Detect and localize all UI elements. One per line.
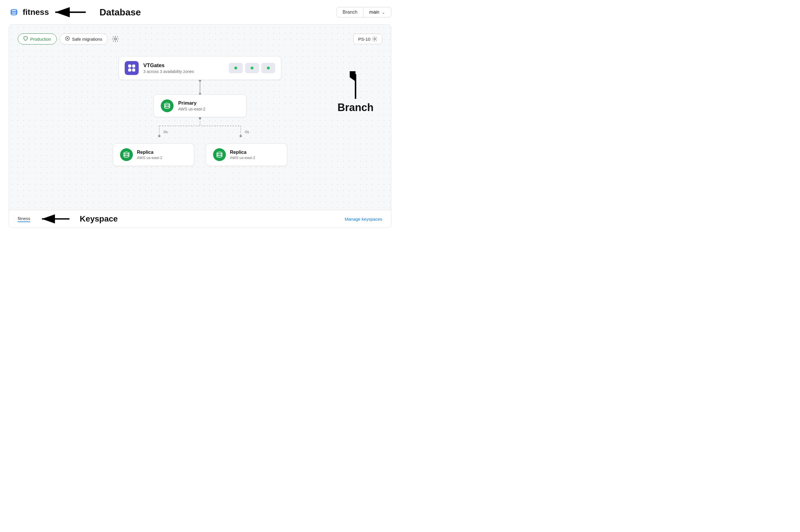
svg-rect-13 (128, 64, 131, 68)
manage-keyspaces-link[interactable]: Manage keyspaces (345, 216, 382, 222)
vtgates-description: 3 across 3 availability zones (143, 69, 224, 74)
branch-top-bar: Production Safe migrations (18, 34, 382, 44)
safe-migrations-badge[interactable]: Safe migrations (60, 34, 108, 44)
branch-annotation: Branch (338, 71, 374, 114)
branch-up-arrow (338, 71, 374, 100)
svg-rect-14 (132, 64, 135, 68)
arrow-left-icon (52, 6, 87, 19)
svg-point-11 (114, 38, 116, 40)
svg-point-44 (217, 154, 222, 155)
primary-icon (161, 99, 174, 112)
keyspace-title: Keyspace (80, 214, 118, 224)
branch-selector[interactable]: main ⌄ (363, 7, 391, 17)
replica-region-2: AWS us-east-2 (230, 155, 255, 160)
status-dot-3 (267, 66, 270, 70)
svg-point-35 (240, 135, 242, 137)
branch-connector-svg: 0s 0s (119, 117, 281, 146)
replica-node-1[interactable]: Replica AWS us-east-2 (113, 143, 194, 166)
replica-icon-1 (120, 148, 133, 161)
ps-label: PS-10 (358, 37, 370, 42)
svg-text:0s: 0s (245, 130, 249, 134)
status-dot-2 (251, 66, 253, 70)
replica-region-1: AWS us-east-2 (137, 155, 162, 160)
svg-text:0s: 0s (164, 130, 168, 134)
branch-label: Branch (337, 7, 363, 17)
keyspace-bar: fitness Keyspace Manage keyspaces (9, 210, 391, 228)
vtgates-name: VTGates (143, 62, 224, 69)
main-diagram-container: Production Safe migrations (9, 24, 391, 228)
svg-rect-16 (132, 69, 135, 72)
replica-node-2[interactable]: Replica AWS us-east-2 (206, 143, 287, 166)
primary-node[interactable]: Primary AWS us-east-2 (153, 94, 247, 117)
svg-point-39 (124, 154, 129, 155)
header-left: fitness Database (9, 6, 141, 19)
vtgates-node[interactable]: VTGates 3 across 3 availability zones (119, 56, 281, 80)
svg-point-40 (124, 155, 129, 157)
shield-icon (23, 36, 28, 42)
topology-diagram: VTGates 3 across 3 availability zones (18, 56, 382, 166)
svg-rect-15 (128, 69, 131, 72)
vtgate-indicator-1 (229, 63, 243, 73)
svg-point-12 (374, 38, 376, 40)
branch-annotation-text: Branch (338, 101, 374, 114)
header-right: Branch main ⌄ (337, 7, 391, 17)
vtgates-info: VTGates 3 across 3 availability zones (143, 62, 224, 74)
svg-point-38 (124, 152, 129, 154)
x-circle-icon (65, 36, 70, 42)
keyspace-left: fitness Keyspace (18, 214, 118, 224)
status-dot-1 (234, 66, 237, 70)
production-badge[interactable]: Production (18, 34, 57, 44)
gear-small-icon (372, 36, 377, 42)
settings-icon[interactable] (111, 34, 120, 44)
chevron-down-icon: ⌄ (382, 10, 385, 15)
ps-plan-button[interactable]: PS-10 (353, 34, 382, 44)
replica-info-2: Replica AWS us-east-2 (230, 150, 255, 160)
replica-icon-2 (213, 148, 226, 161)
primary-info: Primary AWS us-east-2 (178, 100, 206, 111)
fitness-logo-icon (9, 7, 19, 17)
svg-point-45 (217, 155, 222, 157)
primary-name: Primary (178, 100, 206, 106)
svg-point-43 (217, 152, 222, 154)
arrow-up-icon (350, 71, 361, 100)
safe-migrations-label: Safe migrations (72, 37, 102, 42)
replica-name-2: Replica (230, 150, 255, 155)
header: fitness Database Branch main ⌄ (0, 0, 400, 24)
primary-region: AWS us-east-2 (178, 107, 206, 111)
page-title: Database (99, 7, 141, 18)
vtgate-indicator-3 (261, 63, 275, 73)
svg-point-33 (158, 135, 160, 137)
vtgates-indicators (229, 63, 275, 73)
branch-value: main (369, 10, 379, 15)
keyspace-tab[interactable]: fitness (18, 216, 30, 222)
app-name: fitness (23, 7, 49, 17)
vtgate-indicator-2 (245, 63, 259, 73)
arrow-left-keyspace-icon (39, 214, 71, 224)
svg-rect-0 (9, 7, 19, 17)
connector-vtgates-primary (198, 80, 202, 94)
production-label: Production (30, 37, 51, 42)
replicas-row: Replica AWS us-east-2 Replica AWS (113, 143, 287, 166)
vtgates-icon (125, 61, 139, 75)
replica-info-1: Replica AWS us-east-2 (137, 150, 162, 160)
branch-badges: Production Safe migrations (18, 34, 120, 44)
svg-point-26 (165, 107, 170, 109)
branch-connectors: 0s 0s (119, 117, 281, 146)
replica-name-1: Replica (137, 150, 162, 155)
